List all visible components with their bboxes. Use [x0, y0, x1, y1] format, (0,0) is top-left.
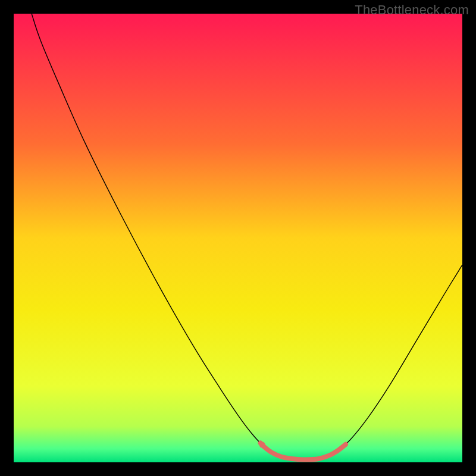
chart-area: [14, 14, 462, 462]
highlight-dot: [259, 442, 265, 448]
chart-svg: [14, 14, 462, 462]
chart-background: [14, 14, 462, 462]
watermark-text: TheBottleneck.com: [355, 2, 469, 18]
